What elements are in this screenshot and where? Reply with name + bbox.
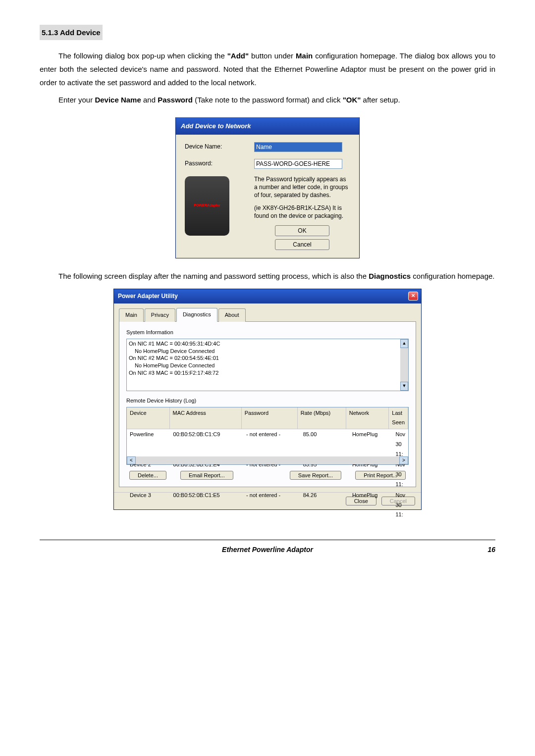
add-device-dialog: Add Device to Network Device Name: Passw… bbox=[175, 117, 360, 258]
diagnostics-panel: System Information On NIC #1 MAC = 00:40… bbox=[119, 322, 416, 487]
text-add: "Add" bbox=[227, 51, 249, 60]
cell-last-seen: Nov 30 11: bbox=[392, 429, 408, 459]
device-name-label: Device Name: bbox=[185, 142, 254, 152]
remote-device-history-table[interactable]: Device MAC Address Password Rate (Mbps) … bbox=[126, 407, 409, 465]
text: button under bbox=[249, 51, 296, 60]
tab-bar: Main Privacy Diagnostics About bbox=[119, 307, 416, 322]
scroll-up-icon[interactable]: ▲ bbox=[400, 339, 408, 348]
section-title: Add Device bbox=[60, 28, 101, 37]
diagnostics-window: Power Adapter Utility × Main Privacy Dia… bbox=[113, 289, 422, 510]
system-information-box[interactable]: On NIC #1 MAC = 00:40:95:31:4D:4C No Hom… bbox=[126, 339, 409, 391]
text: Enter your bbox=[58, 96, 95, 104]
paragraph-3: The following screen display after the n… bbox=[40, 269, 495, 283]
text-password: Password bbox=[158, 96, 193, 104]
password-input[interactable] bbox=[254, 159, 342, 169]
col-device[interactable]: Device bbox=[127, 407, 170, 430]
cell-password: - not entered - bbox=[243, 459, 300, 490]
cell-rate: 84.26 bbox=[300, 490, 349, 520]
text: (Take note to the password format) and c… bbox=[193, 96, 343, 104]
footer-rule bbox=[40, 540, 495, 540]
col-mac[interactable]: MAC Address bbox=[170, 407, 242, 430]
cell-password: - not entered - bbox=[243, 490, 300, 520]
footer-title: Ethernet Powerline Adaptor bbox=[222, 544, 313, 556]
device-image: POWERAdaptor bbox=[185, 176, 229, 236]
cell-network: HomePlug bbox=[349, 490, 393, 520]
table-row[interactable]: Powerline 00:B0:52:0B:C1:C9 - not entere… bbox=[127, 429, 408, 459]
col-rate[interactable]: Rate (Mbps) bbox=[298, 407, 346, 430]
cancel-button[interactable]: Cancel bbox=[275, 239, 329, 250]
sysinfo-line: No HomePlug Device Connected bbox=[135, 362, 406, 369]
close-icon[interactable]: × bbox=[408, 292, 418, 301]
text: after setup. bbox=[361, 96, 400, 104]
table-row[interactable]: Device 3 00:B0:52:0B:C1:E5 - not entered… bbox=[127, 490, 408, 520]
cell-device: Device 3 bbox=[127, 490, 170, 520]
text-diagnostics: Diagnostics bbox=[369, 272, 411, 280]
section-heading: 5.1.3 Add Device bbox=[40, 25, 103, 40]
vertical-scrollbar[interactable]: ▲ ▼ bbox=[400, 339, 408, 391]
text-main: Main bbox=[296, 51, 313, 60]
col-password[interactable]: Password bbox=[242, 407, 298, 430]
text: The following screen display after the n… bbox=[58, 272, 369, 280]
password-hint-1: The Password typically appears as a numb… bbox=[254, 175, 350, 200]
brand-rest: Adaptor bbox=[207, 203, 220, 207]
text: configuration homepage. bbox=[411, 272, 494, 280]
text-ok: "OK" bbox=[343, 96, 361, 104]
sysinfo-line: On NIC #2 MAC = 02:00:54:55:4E:01 bbox=[129, 354, 406, 362]
cell-rate: 83.95 bbox=[300, 459, 349, 490]
tab-privacy[interactable]: Privacy bbox=[145, 308, 175, 322]
cell-mac: 00:B0:52:0B:C1:E4 bbox=[170, 459, 244, 490]
text-device-name: Device Name bbox=[95, 96, 141, 104]
cell-device: Device 2 bbox=[127, 459, 170, 490]
password-label: Password: bbox=[185, 158, 254, 169]
window-titlebar[interactable]: Power Adapter Utility × bbox=[114, 289, 421, 304]
cell-rate: 85.00 bbox=[300, 429, 349, 459]
scroll-right-icon[interactable]: > bbox=[399, 456, 408, 464]
footer-page-number: 16 bbox=[313, 544, 495, 556]
scroll-left-icon[interactable]: < bbox=[127, 456, 136, 464]
cell-last-seen: Nov 30 11: bbox=[392, 459, 408, 490]
scroll-down-icon[interactable]: ▼ bbox=[400, 382, 408, 391]
password-hint-2: (ie XK8Y-GH26-BR1K-LZSA) It is found on … bbox=[254, 204, 350, 220]
remote-device-history-label: Remote Device History (Log) bbox=[126, 396, 409, 406]
paragraph-2: Enter your Device Name and Password (Tak… bbox=[40, 93, 495, 106]
cell-last-seen: Nov 30 11: bbox=[392, 490, 408, 520]
cell-password: - not entered - bbox=[243, 429, 300, 459]
cell-device: Powerline bbox=[127, 429, 170, 459]
col-last-seen[interactable]: Last Seen bbox=[389, 407, 408, 430]
sysinfo-line: No HomePlug Device Connected bbox=[135, 348, 406, 355]
tab-main[interactable]: Main bbox=[119, 308, 144, 322]
tab-about[interactable]: About bbox=[218, 308, 246, 322]
cell-mac: 00:B0:52:0B:C1:C9 bbox=[170, 429, 244, 459]
text: The following dialog box pop-up when cli… bbox=[58, 51, 227, 60]
ok-button[interactable]: OK bbox=[275, 225, 329, 236]
cell-network: HomePlug bbox=[349, 459, 393, 490]
cell-mac: 00:B0:52:0B:C1:E5 bbox=[170, 490, 244, 520]
table-row[interactable]: Device 2 00:B0:52:0B:C1:E4 - not entered… bbox=[127, 459, 408, 490]
col-network[interactable]: Network bbox=[346, 407, 389, 430]
tab-diagnostics[interactable]: Diagnostics bbox=[176, 308, 217, 322]
device-name-input[interactable] bbox=[254, 142, 342, 152]
sysinfo-line: On NIC #3 MAC = 00:15:F2:17:48:72 bbox=[129, 369, 406, 377]
cell-network: HomePlug bbox=[349, 429, 393, 459]
table-header-row: Device MAC Address Password Rate (Mbps) … bbox=[127, 407, 408, 430]
paragraph-1: The following dialog box pop-up when cli… bbox=[40, 49, 495, 89]
horizontal-scrollbar[interactable]: < > bbox=[127, 456, 408, 464]
text: and bbox=[141, 96, 158, 104]
brand-red: POWER bbox=[194, 203, 207, 207]
page-footer: Ethernet Powerline Adaptor 16 bbox=[40, 544, 495, 556]
system-information-label: System Information bbox=[126, 328, 173, 338]
sysinfo-line: On NIC #1 MAC = 00:40:95:31:4D:4C bbox=[129, 340, 406, 348]
window-title: Power Adapter Utility bbox=[118, 291, 178, 302]
section-number: 5.1.3 bbox=[42, 28, 58, 37]
dialog-titlebar[interactable]: Add Device to Network bbox=[176, 117, 359, 135]
